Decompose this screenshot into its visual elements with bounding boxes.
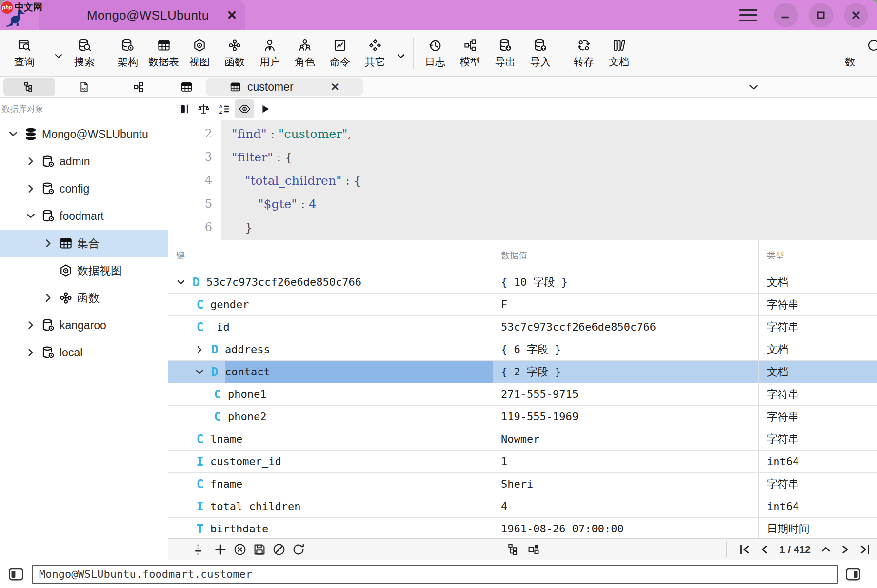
table-row[interactable]: D 53c7c973ccf26e6de850c766 { 10 字段 } 文档 bbox=[168, 271, 877, 294]
table-button[interactable]: 数据表 bbox=[145, 32, 182, 74]
command-button[interactable]: 命令 bbox=[322, 32, 358, 74]
query-dropdown-chevron-icon[interactable] bbox=[50, 32, 67, 74]
import-button[interactable]: 导入 bbox=[523, 32, 558, 74]
tab-list-chevron-icon[interactable] bbox=[747, 81, 760, 94]
user-button[interactable]: 用户 bbox=[252, 32, 287, 74]
role-button[interactable]: 角色 bbox=[287, 32, 322, 74]
table-row[interactable]: I customer_id 1 int64 bbox=[168, 451, 877, 473]
save-record-icon[interactable] bbox=[252, 542, 267, 557]
explain-scales-button[interactable] bbox=[194, 99, 213, 118]
connection-tab[interactable]: Mongo@WSLUbuntu ✕ bbox=[39, 0, 245, 30]
toggle-right-panel-icon[interactable] bbox=[844, 565, 862, 584]
row-value[interactable]: 271-555-9715 bbox=[493, 383, 759, 405]
chevron-right-icon[interactable] bbox=[24, 182, 37, 195]
row-value[interactable]: 53c7c973ccf26e6de850c766 bbox=[493, 316, 759, 338]
run-button[interactable] bbox=[255, 99, 275, 118]
delete-record-icon[interactable] bbox=[233, 542, 247, 557]
minimize-button[interactable] bbox=[774, 3, 798, 27]
row-value[interactable]: F bbox=[493, 294, 759, 315]
filter-rows-icon[interactable] bbox=[194, 542, 208, 557]
table-row[interactable]: C lname Nowmer 字符串 bbox=[168, 428, 877, 451]
last-record-icon[interactable] bbox=[857, 542, 872, 557]
model-button[interactable]: 模型 bbox=[453, 32, 488, 74]
tree-item-admin[interactable]: admin bbox=[0, 148, 168, 175]
collection-grid-button[interactable] bbox=[176, 80, 197, 94]
chevron-right-icon[interactable] bbox=[194, 344, 205, 355]
row-value[interactable]: 1 bbox=[493, 451, 759, 472]
table-row[interactable]: C fname Sheri 字符串 bbox=[168, 473, 877, 495]
toggle-left-panel-icon[interactable] bbox=[7, 565, 25, 584]
tab-close-icon[interactable]: ✕ bbox=[331, 81, 339, 94]
row-value[interactable]: Sheri bbox=[493, 473, 759, 495]
tree-result-view-icon[interactable] bbox=[507, 542, 521, 557]
chevron-right-icon[interactable] bbox=[42, 237, 55, 250]
table-row[interactable]: T birthdate 1961-08-26 07:00:00 日期时间 bbox=[168, 518, 877, 538]
expand-record-icon[interactable] bbox=[818, 542, 833, 557]
connection-tab-close-icon[interactable]: ✕ bbox=[227, 9, 238, 21]
table-row[interactable]: C phone1 271-555-9715 字符串 bbox=[168, 383, 877, 406]
tree-item-local[interactable]: local bbox=[0, 339, 168, 366]
prev-record-icon[interactable] bbox=[757, 542, 772, 557]
query-editor[interactable]: 2 "find" : "customer", 3 "filter" : { 4 … bbox=[168, 120, 877, 240]
other-dropdown-chevron-icon[interactable] bbox=[393, 32, 409, 74]
tree-item-dataviews[interactable]: 数据视图 bbox=[0, 257, 168, 284]
row-value[interactable]: 1961-08-26 07:00:00 bbox=[493, 518, 759, 538]
diagram-view-toggle[interactable] bbox=[113, 78, 164, 96]
tree-item-functions[interactable]: 函数 bbox=[0, 284, 168, 312]
tree-item-collections[interactable]: 集合 bbox=[0, 230, 168, 257]
row-value[interactable]: { 10 字段 } bbox=[493, 271, 759, 293]
preview-button[interactable] bbox=[235, 99, 254, 118]
other-button[interactable]: 其它 bbox=[358, 32, 393, 74]
chevron-right-icon[interactable] bbox=[42, 292, 55, 304]
tree-item-config[interactable]: config bbox=[0, 175, 168, 202]
view-button[interactable]: 视图 bbox=[182, 32, 217, 74]
row-value[interactable]: { 6 字段 } bbox=[493, 338, 759, 360]
chevron-right-icon[interactable] bbox=[24, 346, 37, 359]
dump-button[interactable]: 转存 bbox=[566, 32, 601, 74]
row-key-selected-cell[interactable]: contact bbox=[225, 361, 493, 383]
row-value[interactable]: { 2 字段 } bbox=[493, 361, 759, 383]
table-row[interactable]: I total_children 4 int64 bbox=[168, 495, 877, 518]
row-value[interactable]: Nowmer bbox=[493, 428, 759, 450]
refresh-icon[interactable] bbox=[291, 542, 306, 557]
next-record-icon[interactable] bbox=[838, 542, 853, 557]
clipped-toolbar-button[interactable]: 数 bbox=[835, 32, 877, 74]
tab-customer[interactable]: customer ✕ bbox=[206, 78, 363, 96]
query-button[interactable]: 查询 bbox=[7, 32, 42, 74]
search-button[interactable]: 搜索 bbox=[67, 32, 102, 74]
maximize-button[interactable] bbox=[809, 3, 833, 27]
table-row[interactable]: C _id 53c7c973ccf26e6de850c766 字符串 bbox=[168, 316, 877, 338]
function-button[interactable]: 函数 bbox=[217, 32, 252, 74]
discard-icon[interactable] bbox=[272, 542, 286, 557]
tree-view-toggle[interactable] bbox=[3, 78, 55, 96]
table-row[interactable]: C gender F 字符串 bbox=[168, 294, 877, 316]
row-value[interactable]: 4 bbox=[493, 495, 759, 517]
tree-item-connection[interactable]: Mongo@WSLUbuntu bbox=[0, 120, 168, 148]
chevron-down-icon[interactable] bbox=[24, 210, 37, 222]
column-header-type[interactable]: 类型 bbox=[759, 250, 784, 261]
column-header-key[interactable]: 键 bbox=[168, 250, 185, 261]
table-row[interactable]: D address { 6 字段 } 文档 bbox=[168, 338, 877, 361]
export-button[interactable]: 导出 bbox=[488, 32, 523, 74]
chevron-down-icon[interactable] bbox=[194, 366, 205, 378]
sort-list-button[interactable]: AZ bbox=[214, 99, 234, 118]
tree-item-kangaroo[interactable]: kangaroo bbox=[0, 312, 168, 339]
menu-icon[interactable] bbox=[739, 9, 757, 21]
chevron-right-icon[interactable] bbox=[24, 155, 37, 168]
chevron-right-icon[interactable] bbox=[24, 319, 37, 332]
schema-button[interactable]: 架构 bbox=[110, 32, 145, 74]
columns-view-button[interactable] bbox=[173, 99, 193, 118]
docs-button[interactable]: 文档 bbox=[601, 32, 637, 74]
grid-result-view-icon[interactable] bbox=[526, 542, 541, 557]
column-header-value[interactable]: 数据值 bbox=[493, 250, 527, 261]
tree-item-foodmart[interactable]: foodmart bbox=[0, 202, 168, 230]
add-record-icon[interactable] bbox=[213, 542, 228, 557]
sql-view-toggle[interactable]: SQL bbox=[58, 78, 110, 96]
close-button[interactable] bbox=[844, 3, 868, 27]
chevron-down-icon[interactable] bbox=[7, 128, 20, 140]
chevron-down-icon[interactable] bbox=[175, 276, 187, 288]
log-button[interactable]: 日志 bbox=[418, 32, 453, 74]
table-row[interactable]: C phone2 119-555-1969 字符串 bbox=[168, 406, 877, 428]
row-value[interactable]: 119-555-1969 bbox=[493, 406, 759, 428]
table-row-selected[interactable]: D contact { 2 字段 } 文档 bbox=[168, 361, 877, 383]
